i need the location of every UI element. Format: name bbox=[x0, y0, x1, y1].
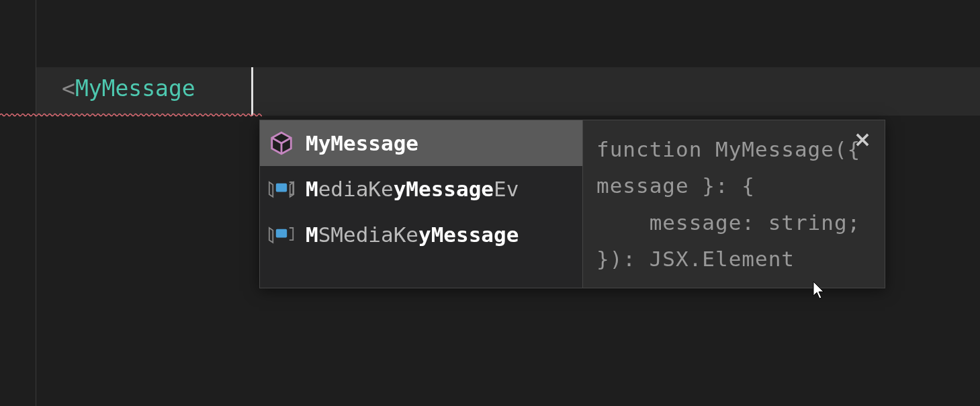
module-icon bbox=[268, 130, 295, 157]
suggestion-label: MyMessage bbox=[306, 131, 418, 155]
svg-rect-0 bbox=[276, 184, 287, 192]
interface-icon bbox=[268, 175, 295, 202]
suggestion-list: MyMessage MediaKeyMessageEv bbox=[260, 120, 582, 288]
suggestion-item-1[interactable]: MediaKeyMessageEv bbox=[260, 166, 582, 212]
suggestion-label: MediaKeyMessageEv bbox=[306, 177, 519, 201]
jsx-bracket: < bbox=[62, 75, 75, 102]
suggestion-item-2[interactable]: MSMediaKeyMessage bbox=[260, 212, 582, 257]
error-squiggle bbox=[0, 113, 262, 118]
interface-icon bbox=[268, 221, 295, 248]
jsx-component-name: MyMessage bbox=[75, 75, 195, 102]
svg-rect-1 bbox=[276, 229, 287, 238]
intellisense-popup: MyMessage MediaKeyMessageEv bbox=[259, 120, 885, 288]
code-line: <MyMessage bbox=[62, 75, 195, 102]
close-icon[interactable] bbox=[854, 131, 873, 150]
suggestion-item-0[interactable]: MyMessage bbox=[260, 120, 582, 166]
suggestion-detail-panel: function MyMessage({ message }: { messag… bbox=[582, 120, 885, 288]
suggestion-label: MSMediaKeyMessage bbox=[306, 222, 519, 247]
suggestion-signature: function MyMessage({ message }: { messag… bbox=[596, 131, 871, 277]
text-cursor bbox=[251, 67, 253, 116]
editor-gutter bbox=[0, 0, 36, 406]
